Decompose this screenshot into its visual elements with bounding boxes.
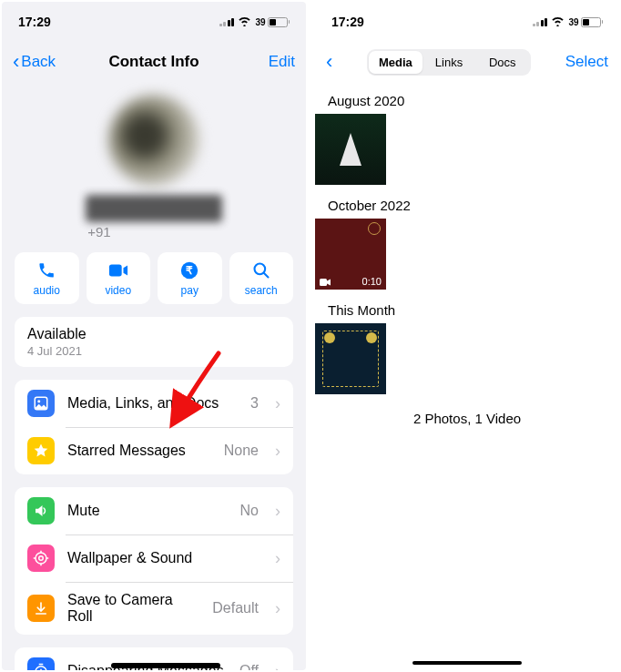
contact-phone: +91	[15, 224, 293, 239]
status-card[interactable]: Available 4 Jul 2021	[15, 317, 293, 367]
status-bar-left: 17:29 39	[2, 2, 306, 42]
chevron-right-icon: ›	[275, 502, 280, 521]
search-icon	[252, 261, 270, 280]
tab-docs[interactable]: Docs	[475, 51, 529, 74]
tab-links[interactable]: Links	[422, 51, 476, 74]
section-header: This Month	[315, 291, 619, 323]
media-icon	[27, 390, 55, 417]
pay-button[interactable]: ₹ pay	[158, 252, 222, 304]
video-duration: 0:10	[362, 276, 382, 287]
media-links-docs-row[interactable]: Media, Links, and Docs 3 ›	[15, 380, 293, 427]
phone-icon	[37, 261, 56, 280]
timer-icon	[27, 657, 55, 670]
search-button[interactable]: search	[229, 252, 294, 304]
media-gallery-screen: 17:29 39 ‹ Media Links Docs Select Augus…	[315, 2, 619, 670]
svg-point-8	[36, 553, 46, 564]
save-camera-roll-row[interactable]: Save to Camera Roll Default ›	[15, 582, 293, 635]
svg-rect-0	[109, 265, 122, 277]
video-button[interactable]: video	[87, 252, 151, 304]
svg-point-7	[39, 556, 44, 561]
speaker-icon	[27, 497, 55, 524]
chevron-right-icon: ›	[275, 394, 280, 413]
media-gallery-content: August 2020 October 2022 0:10 This Month	[315, 82, 619, 441]
audio-button[interactable]: audio	[15, 252, 79, 304]
media-thumbnail[interactable]	[315, 114, 386, 185]
starred-messages-row[interactable]: Starred Messages None ›	[15, 427, 293, 474]
contact-info-screen: 17:29 39 ‹ Back Contact Info Edit +91	[2, 2, 306, 670]
download-icon	[27, 595, 55, 622]
chevron-right-icon: ›	[275, 549, 280, 568]
wifi-icon	[551, 15, 565, 29]
nav-bar: ‹ Back Contact Info Edit	[2, 42, 306, 82]
edit-button[interactable]: Edit	[269, 53, 295, 71]
signal-icon	[533, 18, 548, 26]
star-icon	[27, 437, 55, 464]
chevron-left-icon: ‹	[326, 52, 332, 72]
select-button[interactable]: Select	[565, 53, 608, 71]
svg-line-4	[263, 273, 268, 278]
row-label: Media, Links, and Docs	[67, 395, 238, 412]
home-indicator[interactable]	[412, 661, 522, 665]
media-card: Media, Links, and Docs 3 › Starred Messa…	[15, 380, 293, 474]
nav-bar-media: ‹ Media Links Docs Select	[315, 42, 619, 82]
back-button[interactable]: ‹ Back	[13, 52, 56, 72]
signal-icon	[219, 18, 235, 26]
media-summary: 2 Photos, 1 Video	[315, 396, 619, 441]
back-button[interactable]: ‹	[326, 52, 332, 72]
battery-icon: 39	[568, 17, 603, 27]
back-label: Back	[21, 53, 56, 71]
chevron-right-icon: ›	[275, 442, 280, 461]
page-title: Contact Info	[108, 53, 199, 71]
chevron-right-icon: ›	[275, 662, 280, 671]
chevron-left-icon: ‹	[13, 52, 19, 72]
battery-icon: 39	[255, 17, 290, 27]
wallpaper-sound-row[interactable]: Wallpaper & Sound ›	[15, 535, 293, 582]
video-camera-icon	[320, 279, 331, 286]
contact-avatar[interactable]	[108, 95, 199, 186]
svg-rect-15	[320, 279, 327, 286]
tab-media[interactable]: Media	[369, 51, 422, 74]
wifi-icon	[238, 15, 251, 29]
video-icon	[108, 261, 128, 280]
rupee-icon: ₹	[180, 261, 199, 280]
segmented-control: Media Links Docs	[367, 49, 531, 76]
status-date: 4 Jul 2021	[27, 344, 280, 358]
settings-card: Mute No › Wallpaper & Sound › Save to Ca…	[15, 487, 293, 635]
contact-name	[86, 195, 222, 222]
status-time: 17:29	[331, 15, 364, 29]
wallpaper-icon	[27, 545, 55, 572]
mute-row[interactable]: Mute No ›	[15, 487, 293, 535]
section-header: August 2020	[315, 82, 619, 114]
svg-text:₹: ₹	[186, 264, 193, 276]
starred-value: None	[224, 443, 259, 459]
media-thumbnail[interactable]	[315, 323, 386, 394]
status-time: 17:29	[18, 15, 51, 29]
svg-point-6	[37, 400, 40, 402]
chevron-right-icon: ›	[275, 599, 280, 618]
content-area: +91 audio video ₹ pay	[2, 82, 306, 670]
section-header: October 2022	[315, 187, 619, 219]
video-thumbnail[interactable]: 0:10	[315, 219, 386, 290]
redaction-bar	[111, 663, 220, 668]
row-label: Starred Messages	[67, 443, 211, 459]
media-count: 3	[250, 395, 259, 412]
status-bar-right: 17:29 39	[315, 2, 619, 42]
status-text: Available	[27, 326, 280, 342]
